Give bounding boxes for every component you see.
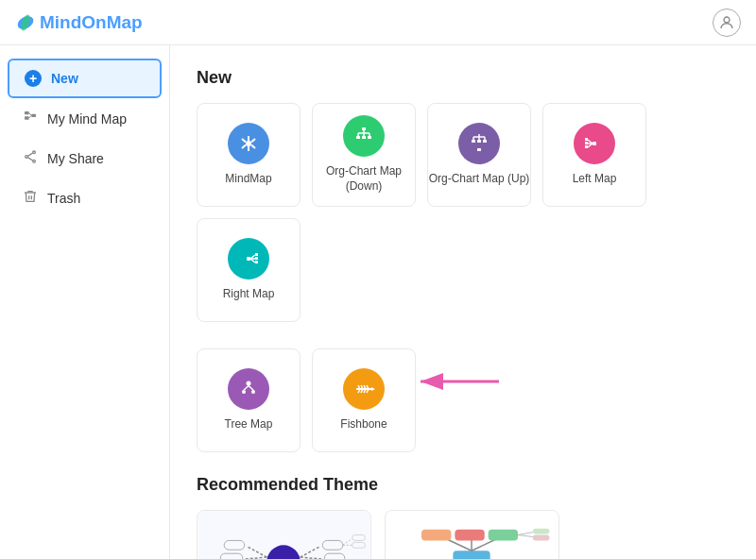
map-label-orgup: Org-Chart Map (Up) [429, 172, 530, 187]
svg-rect-4 [25, 116, 29, 119]
fishbone-arrow [416, 367, 501, 396]
main-layout: + New My Mind Map My Share Trash New [0, 45, 756, 559]
map-card-rightmap[interactable]: Right Map [197, 218, 301, 322]
svg-line-19 [242, 145, 246, 149]
sidebar-item-mymindmap[interactable]: My Mind Map [8, 100, 162, 138]
svg-rect-28 [368, 136, 371, 139]
trash-icon [23, 189, 38, 208]
svg-line-11 [27, 153, 32, 156]
svg-rect-37 [477, 148, 481, 151]
leftmap-circle-icon [574, 123, 615, 164]
orgup-circle-icon [458, 123, 500, 164]
svg-rect-49 [255, 253, 258, 256]
orgdown-circle-icon [343, 115, 385, 157]
svg-rect-27 [362, 136, 366, 139]
svg-line-54 [249, 386, 253, 391]
new-section-title: New [197, 68, 730, 88]
map-card-fishbone[interactable]: Fishbone [312, 348, 416, 452]
sidebar-item-trash[interactable]: Trash [8, 179, 162, 217]
map-grid: MindMap Org-C [197, 103, 730, 322]
svg-point-56 [251, 390, 255, 394]
svg-rect-51 [255, 261, 258, 263]
svg-line-15 [251, 139, 255, 143]
user-icon[interactable] [713, 8, 741, 37]
svg-point-55 [242, 390, 246, 394]
map-grid-row2: Tree Map [197, 348, 730, 452]
map-card-treemap[interactable]: Tree Map [197, 348, 301, 452]
map-label-mindmap: MindMap [225, 172, 271, 187]
svg-rect-5 [31, 114, 36, 117]
recommended-section-title: Recommended Theme [197, 475, 730, 495]
svg-rect-26 [356, 136, 360, 139]
fishbone-wrapper: Fishbone [312, 348, 416, 452]
svg-rect-44 [585, 145, 588, 148]
logo-text: MindOnMap [40, 12, 143, 33]
svg-line-7 [29, 115, 32, 118]
map-label-fishbone: Fishbone [340, 417, 387, 432]
header: MindOnMap [0, 0, 756, 45]
svg-rect-103 [533, 529, 550, 534]
svg-line-12 [27, 158, 32, 161]
rightmap-circle-icon [228, 238, 269, 280]
map-label-treemap: Tree Map [225, 417, 273, 432]
logo-icon [15, 12, 36, 33]
map-card-orgdown[interactable]: Org-Chart Map(Down) [312, 103, 416, 207]
map-label-rightmap: Right Map [223, 287, 275, 302]
sidebar-label-trash: Trash [47, 191, 80, 206]
treemap-circle-icon [228, 368, 269, 410]
theme-card-2[interactable] [385, 510, 559, 559]
fishbone-circle-icon [343, 368, 385, 410]
svg-line-18 [242, 139, 246, 143]
svg-rect-42 [585, 138, 588, 141]
theme-card-1[interactable] [197, 510, 371, 559]
plus-icon: + [25, 70, 42, 87]
theme-grid [197, 510, 730, 559]
sidebar-label-myshare: My Share [47, 151, 104, 166]
svg-rect-30 [477, 140, 481, 143]
svg-point-13 [246, 141, 251, 146]
sidebar-label-new: New [51, 71, 78, 86]
logo: MindOnMap [15, 12, 143, 33]
sidebar-item-myshare[interactable]: My Share [8, 140, 162, 178]
svg-rect-92 [421, 530, 451, 541]
content: New MindMap [170, 45, 756, 559]
svg-rect-38 [593, 142, 596, 145]
mindmap-icon [23, 110, 38, 128]
svg-point-8 [33, 151, 36, 154]
map-label-leftmap: Left Map [573, 172, 617, 187]
svg-rect-94 [489, 530, 518, 541]
svg-point-10 [33, 160, 36, 162]
theme-preview-2 [386, 511, 558, 559]
sidebar-item-new[interactable]: + New [8, 59, 162, 98]
svg-point-2 [724, 17, 730, 23]
map-card-orgup[interactable]: Org-Chart Map (Up) [427, 103, 531, 207]
svg-line-16 [251, 145, 255, 149]
sidebar-label-mymindmap: My Mind Map [47, 111, 127, 127]
mindmap-circle-icon [228, 123, 269, 164]
svg-rect-29 [472, 140, 475, 143]
sidebar: + New My Mind Map My Share Trash [0, 45, 170, 559]
svg-rect-31 [483, 140, 487, 143]
svg-rect-93 [455, 530, 484, 541]
svg-rect-45 [247, 257, 250, 261]
svg-point-9 [26, 156, 28, 159]
map-card-mindmap[interactable]: MindMap [197, 103, 301, 207]
svg-line-6 [29, 113, 32, 116]
svg-rect-104 [533, 535, 550, 541]
svg-point-52 [247, 381, 251, 386]
svg-marker-58 [371, 387, 375, 391]
map-card-leftmap[interactable]: Left Map [542, 103, 646, 207]
svg-rect-20 [362, 127, 366, 130]
svg-line-53 [244, 386, 249, 391]
theme-preview-1 [198, 511, 370, 559]
svg-rect-88 [453, 551, 490, 559]
share-icon [23, 149, 38, 168]
svg-rect-43 [585, 142, 588, 144]
svg-rect-50 [255, 257, 258, 260]
svg-rect-3 [25, 111, 29, 114]
map-label-orgdown: Org-Chart Map(Down) [326, 164, 402, 194]
